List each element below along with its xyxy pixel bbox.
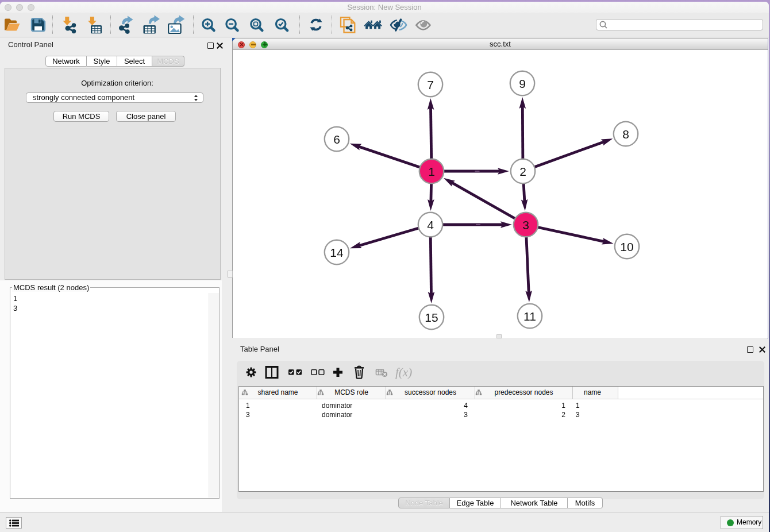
svg-text:6: 6 [333,133,340,146]
svg-text:2: 2 [519,165,526,178]
svg-text:14: 14 [330,246,344,259]
svg-text:15: 15 [425,311,438,324]
svg-text:3: 3 [522,218,529,232]
svg-text:10: 10 [620,240,633,253]
svg-text:11: 11 [523,310,536,323]
svg-text:4: 4 [427,218,434,232]
svg-text:7: 7 [427,78,434,91]
svg-text:8: 8 [622,128,629,141]
svg-text:1: 1 [428,165,435,178]
svg-text:9: 9 [519,77,526,90]
svg-text:f(x): f(x) [395,365,412,379]
